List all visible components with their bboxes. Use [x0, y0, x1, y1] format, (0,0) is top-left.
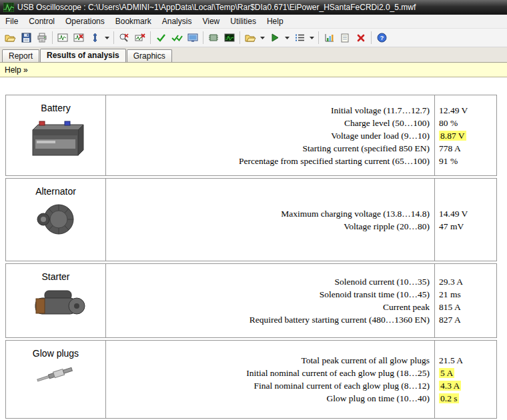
param-value: 8.87 V — [435, 129, 496, 142]
delete-marks-button[interactable] — [353, 30, 369, 46]
window-title: USB Oscilloscope : C:\Users\ADMINI~1\App… — [17, 3, 416, 12]
open-file-button[interactable] — [2, 30, 18, 46]
print-button[interactable] — [34, 30, 50, 46]
play-record-dropdown[interactable] — [283, 30, 292, 46]
tab-graphics[interactable]: Graphics — [127, 49, 172, 62]
starter-labels: Solenoid current (10…35)Solenoid transit… — [106, 264, 434, 337]
signal-list-button[interactable] — [292, 30, 308, 46]
toolbar-separator — [239, 31, 240, 44]
menu-bar: FileControlOperationsBookmarkAnalysisVie… — [0, 15, 507, 29]
toolbar-separator — [318, 31, 319, 44]
battery-labels: Initial voltage (11.7…12.7)Charge level … — [106, 95, 434, 175]
confirm-button[interactable] — [153, 30, 169, 46]
zoom-reset-button[interactable] — [116, 30, 132, 46]
param-label: Solenoid transit time (10…45) — [106, 288, 434, 301]
menu-item-help[interactable]: Help — [262, 15, 289, 28]
param-value: 91 % — [435, 155, 496, 167]
param-label: Voltage under load (9…10) — [106, 129, 434, 142]
analysis-chart-button[interactable] — [321, 30, 337, 46]
load-signal-button[interactable] — [242, 30, 258, 46]
report-notes-button[interactable] — [337, 30, 353, 46]
param-value: 5 A — [435, 367, 496, 379]
vertical-scale-button[interactable] — [87, 30, 103, 46]
screen-view-button[interactable] — [185, 30, 201, 46]
param-label: Glow plug on time (10…40) — [106, 392, 434, 405]
device-display-button[interactable] — [221, 30, 237, 46]
tab-results-of-analysis[interactable]: Results of analysis — [40, 49, 126, 62]
title-bar: USB Oscilloscope : C:\Users\ADMINI~1\App… — [0, 0, 507, 15]
param-label: Initial voltage (11.7…12.7) — [106, 104, 434, 117]
battery-values: 12.49 V80 %8.87 V778 A91 % — [434, 95, 496, 175]
param-label: Current peak — [106, 301, 434, 313]
glow-plugs-values: 21.5 A5 A4.3 A0.2 s — [434, 341, 496, 418]
param-value: 47 mV — [435, 220, 496, 233]
glow-plugs-cell: Glow plugs — [6, 341, 106, 418]
param-value: 815 A — [435, 301, 496, 313]
param-label: Total peak current of all glow plugs — [106, 354, 434, 367]
play-record-button[interactable] — [267, 30, 283, 46]
confirm-all-button[interactable] — [169, 30, 185, 46]
menu-item-utilities[interactable]: Utilities — [225, 15, 262, 28]
waveform-close-button[interactable] — [71, 30, 87, 46]
param-label: Percentage from specified starting curre… — [106, 155, 434, 167]
highlighted-value: 4.3 A — [439, 381, 461, 391]
load-signal-dropdown[interactable] — [258, 30, 267, 46]
app-icon — [3, 3, 14, 12]
highlighted-value: 8.87 V — [439, 131, 466, 141]
scale-options-dropdown[interactable] — [103, 30, 111, 46]
menu-item-control[interactable]: Control — [23, 15, 60, 28]
glow-plug-image — [34, 363, 78, 386]
waveform-panel-button[interactable] — [55, 30, 71, 46]
tab-report[interactable]: Report — [2, 49, 39, 62]
section-glow-plugs: Glow plugs Total peak current of all glo… — [5, 340, 497, 419]
tab-bar: ReportResults of analysisGraphics — [0, 47, 507, 63]
help-link[interactable]: Help » — [5, 65, 28, 75]
param-label: Starting current (specified 850 EN) — [106, 142, 434, 155]
menu-item-operations[interactable]: Operations — [60, 15, 110, 28]
param-value: 21.5 A — [435, 354, 496, 367]
param-label: Final nominal current of each glow plug … — [106, 379, 434, 392]
menu-item-bookmark[interactable]: Bookmark — [110, 15, 157, 28]
device-memory-button[interactable] — [205, 30, 221, 46]
highlighted-value: 0.2 s — [439, 393, 459, 403]
menu-item-analysis[interactable]: Analysis — [157, 15, 197, 28]
param-value: 21 ms — [435, 288, 496, 301]
alternator-image — [35, 201, 77, 237]
menu-item-file[interactable]: File — [0, 15, 23, 28]
signal-list-dropdown[interactable] — [308, 30, 316, 46]
param-value: 14.49 V — [435, 207, 496, 220]
help-button[interactable]: ? — [374, 30, 390, 46]
component-name: Glow plugs — [33, 348, 79, 359]
battery-image — [26, 118, 86, 161]
param-value: 29.3 A — [435, 275, 496, 288]
section-battery: Battery Initial voltage (11.7…12.7)Charg… — [5, 95, 497, 176]
param-value: 827 A — [435, 313, 496, 326]
component-name: Starter — [41, 271, 69, 282]
results-table: Battery Initial voltage (11.7…12.7)Charg… — [0, 77, 507, 419]
zoom-clear-button[interactable] — [132, 30, 148, 46]
section-alternator: Alternator Maximum charging voltage (13.… — [5, 178, 497, 261]
component-name: Battery — [41, 103, 70, 113]
starter-image — [26, 287, 86, 320]
toolbar-separator — [371, 31, 372, 44]
save-file-button[interactable] — [18, 30, 34, 46]
param-value: 4.3 A — [435, 379, 496, 392]
menu-item-view[interactable]: View — [197, 15, 225, 28]
alternator-cell: Alternator — [6, 179, 106, 261]
starter-values: 29.3 A21 ms815 A827 A — [434, 264, 496, 337]
toolbar-separator — [113, 31, 114, 44]
highlighted-value: 5 A — [439, 368, 454, 378]
param-label: Initial nominal current of each glow plu… — [106, 367, 434, 379]
starter-cell: Starter — [6, 264, 106, 337]
param-value: 0.2 s — [435, 392, 496, 405]
param-label: Charge level (50…100) — [106, 117, 434, 129]
param-value: 12.49 V — [435, 104, 496, 117]
section-starter: Starter Solenoid current (10…35)Solenoid… — [5, 263, 497, 338]
alternator-labels: Maximum charging voltage (13.8…14.8)Volt… — [106, 179, 434, 261]
toolbar: ? — [0, 29, 507, 47]
param-value: 80 % — [435, 117, 496, 129]
component-name: Alternator — [35, 186, 76, 197]
toolbar-separator — [150, 31, 151, 44]
param-label: Maximum charging voltage (13.8…14.8) — [106, 207, 434, 220]
toolbar-separator — [203, 31, 203, 44]
